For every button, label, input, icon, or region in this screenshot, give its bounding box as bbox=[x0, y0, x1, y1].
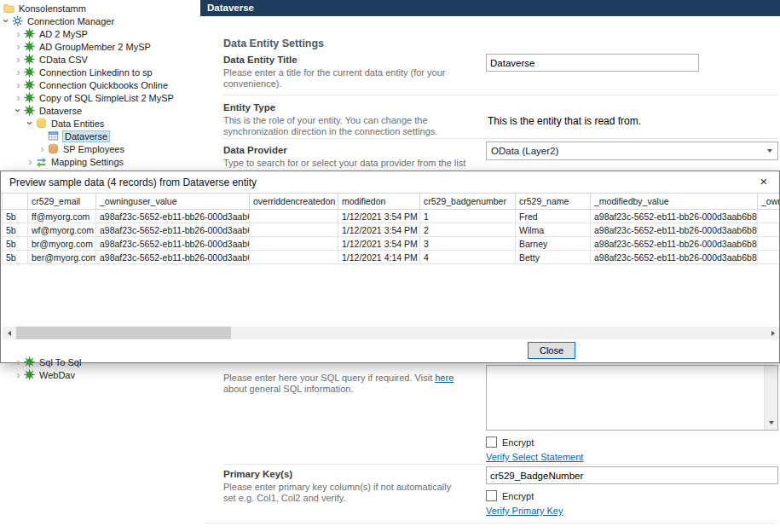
tree-item-connection-quickbooks-online[interactable]: › Connection Quickbooks Online bbox=[0, 78, 200, 91]
table-header-row: cr529_email _owninguser_value overridden… bbox=[3, 194, 780, 210]
table-row: 5b ff@myorg.com a98af23c-5652-eb11-bb26-… bbox=[3, 210, 780, 223]
table-cell: Betty bbox=[516, 251, 591, 264]
chevron-right-icon[interactable]: › bbox=[14, 41, 23, 52]
verify-select-statement-link[interactable]: Verify Select Statement bbox=[486, 452, 583, 462]
tree-item-label: AD 2 MySP bbox=[39, 29, 88, 39]
navigation-tree-bottom: › Sql To Sql › WebDav bbox=[0, 356, 200, 381]
table-row: 5b wf@myorg.com a98af23c-5652-eb11-bb26-… bbox=[3, 223, 780, 237]
table-cell: 5b bbox=[3, 223, 28, 237]
table-cell: ff@myorg.com bbox=[28, 210, 96, 223]
tree-item-dataverse-connection[interactable]: › Dataverse bbox=[0, 104, 200, 117]
primary-key-input[interactable] bbox=[486, 466, 778, 484]
table-cell: ber@myorg.com bbox=[28, 251, 96, 264]
tree-item-label: Connection Manager bbox=[27, 16, 114, 26]
chevron-expanded-icon[interactable]: › bbox=[1, 16, 12, 26]
verify-primary-key-link[interactable]: Verify Primary Key bbox=[486, 506, 563, 516]
table-cell bbox=[250, 210, 338, 223]
tree-item-label: Sql To Sql bbox=[39, 357, 81, 367]
tree-item-label: Connection Linkedinn to sp bbox=[39, 67, 153, 78]
tree-item-konsolenstamm[interactable]: Konsolenstamm bbox=[0, 2, 200, 14]
chevron-right-icon[interactable]: › bbox=[14, 28, 23, 39]
table-cell: 1/12/2021 4:14 PM bbox=[338, 251, 420, 264]
tree-item-ad-2-mysp[interactable]: › AD 2 MySP bbox=[0, 27, 200, 40]
textarea-scrollbar[interactable] bbox=[764, 366, 777, 430]
select-statement-textarea[interactable] bbox=[486, 365, 778, 431]
tree-item-copy-of-sql-simplelist-2-mysp[interactable]: › Copy of SQL SimpleList 2 MySP bbox=[0, 91, 200, 104]
tree-item-sql-to-sql[interactable]: › Sql To Sql bbox=[0, 356, 200, 368]
tree-item-dataverse-entity[interactable]: Dataverse bbox=[0, 130, 200, 142]
column-header[interactable]: cr529_email bbox=[28, 194, 96, 210]
data-provider-label: Data Provider bbox=[223, 145, 287, 155]
table-cell bbox=[250, 251, 338, 264]
chevron-expanded-icon[interactable]: › bbox=[25, 119, 36, 128]
horizontal-scrollbar[interactable] bbox=[3, 327, 779, 339]
entity-type-value: This is the entity that is read from. bbox=[488, 115, 641, 127]
table-cell: 3 bbox=[420, 237, 516, 251]
table-cell: Barney bbox=[516, 237, 591, 251]
table-icon bbox=[47, 130, 60, 142]
connection-icon bbox=[23, 41, 36, 53]
tree-item-connection-linkedinn-to-sp[interactable]: › Connection Linkedinn to sp bbox=[0, 66, 200, 78]
column-header[interactable]: _owningteam_value bbox=[758, 194, 780, 210]
scroll-down-arrow[interactable] bbox=[765, 416, 777, 430]
tree-item-mapping-settings[interactable]: › Mapping Settings bbox=[0, 155, 200, 168]
tree-item-data-entities[interactable]: › Data Entities bbox=[0, 117, 200, 130]
chevron-right-icon[interactable]: › bbox=[14, 54, 23, 65]
column-header[interactable]: _modifiedby_value bbox=[591, 194, 758, 210]
separator bbox=[223, 138, 778, 139]
chevron-right-icon[interactable]: › bbox=[26, 156, 35, 167]
data-provider-value: OData (Layer2) bbox=[487, 146, 762, 156]
tree-item-label: Data Entities bbox=[51, 119, 104, 129]
section-title: Data Entity Settings bbox=[223, 38, 324, 49]
connection-icon bbox=[23, 356, 36, 368]
encrypt-select-checkbox[interactable] bbox=[486, 437, 497, 448]
tree-item-webdav[interactable]: › WebDav bbox=[0, 368, 200, 381]
table-row: 5b br@myorg.com a98af23c-5652-eb11-bb26-… bbox=[3, 237, 780, 251]
entity-title-input[interactable] bbox=[486, 54, 699, 72]
entity-title-label: Data Entity Title bbox=[223, 55, 298, 65]
encrypt-primary-key-checkbox[interactable] bbox=[486, 490, 497, 501]
primary-key-description: Please enter primary key column(s) if no… bbox=[223, 482, 460, 504]
connection-manager-icon bbox=[11, 15, 24, 27]
tree-item-label: SP Employees bbox=[63, 144, 124, 154]
tree-item-sp-employees[interactable]: › SP Employees bbox=[0, 142, 200, 155]
table-cell bbox=[250, 223, 338, 237]
scroll-left-arrow[interactable] bbox=[3, 327, 15, 339]
database-icon bbox=[47, 143, 60, 155]
table-cell: 2 bbox=[420, 223, 516, 237]
desc-text: about general SQL information. bbox=[223, 384, 353, 394]
chevron-right-icon[interactable]: › bbox=[14, 79, 23, 90]
table-cell: a98af23c-5652-eb11-bb26-000d3aab6b87 bbox=[96, 251, 250, 264]
sql-info-link[interactable]: here bbox=[435, 373, 454, 383]
column-header[interactable]: modifiedon bbox=[338, 194, 420, 210]
table-cell: a98af23c-5652-eb11-bb26-000d3aab6b87 bbox=[96, 237, 250, 251]
column-header[interactable]: overriddencreatedon bbox=[250, 194, 338, 210]
chevron-right-icon[interactable]: › bbox=[14, 356, 23, 367]
chevron-right-icon[interactable]: › bbox=[14, 92, 23, 103]
data-provider-select[interactable]: OData (Layer2) bbox=[486, 142, 778, 160]
connection-icon bbox=[23, 92, 36, 104]
chevron-expanded-icon[interactable]: › bbox=[13, 106, 24, 115]
chevron-right-icon[interactable]: › bbox=[14, 66, 23, 78]
scroll-right-arrow[interactable] bbox=[766, 327, 779, 339]
data-entities-icon bbox=[35, 118, 48, 130]
tree-item-connection-manager[interactable]: › Connection Manager bbox=[0, 14, 200, 27]
table-cell: a98af23c-5652-eb11-bb26-000d3aab6b87 bbox=[591, 223, 758, 237]
tree-item-cdata-csv[interactable]: › CData CSV bbox=[0, 53, 200, 66]
chevron-right-icon[interactable]: › bbox=[38, 143, 47, 154]
table-cell: 5b bbox=[3, 210, 28, 223]
scrollbar-thumb[interactable] bbox=[16, 327, 231, 339]
close-button[interactable]: Close bbox=[528, 342, 575, 359]
table-cell: a98af23c-5652-eb11-bb26-000d3aab6b87 bbox=[591, 251, 758, 264]
chevron-right-icon[interactable]: › bbox=[14, 369, 23, 380]
close-icon[interactable]: × bbox=[755, 173, 772, 190]
connection-icon bbox=[23, 105, 36, 117]
column-header[interactable]: cr529_name bbox=[516, 194, 591, 210]
table-cell: 1/12/2021 3:54 PM bbox=[338, 210, 420, 223]
column-header[interactable]: cr529_badgenumber bbox=[420, 194, 516, 210]
table-cell bbox=[758, 251, 780, 264]
column-header[interactable] bbox=[3, 194, 28, 210]
tree-item-ad-groupmember-2-mysp[interactable]: › AD GroupMember 2 MySP bbox=[0, 40, 200, 53]
column-header[interactable]: _owninguser_value bbox=[96, 194, 250, 210]
tree-item-label: WebDav bbox=[39, 370, 75, 380]
